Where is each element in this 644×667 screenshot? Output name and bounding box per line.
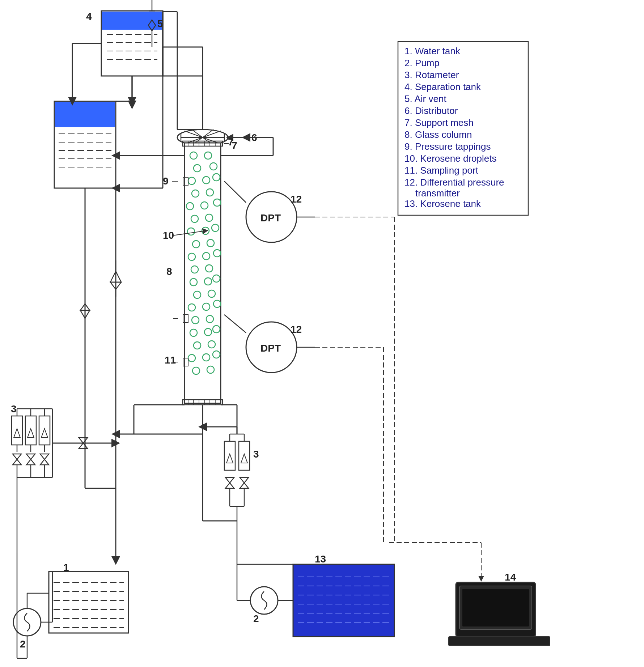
svg-marker-196 — [226, 454, 233, 463]
svg-marker-151 — [27, 429, 34, 438]
svg-text:transmitter: transmitter — [415, 188, 460, 199]
svg-rect-148 — [25, 416, 36, 445]
svg-marker-150 — [14, 429, 20, 438]
svg-text:9: 9 — [163, 175, 169, 187]
svg-text:DPT: DPT — [260, 212, 281, 224]
svg-marker-157 — [26, 459, 35, 465]
svg-rect-16 — [102, 12, 162, 30]
svg-marker-174 — [79, 438, 88, 443]
svg-rect-194 — [224, 441, 235, 470]
svg-text:7: 7 — [232, 140, 237, 151]
svg-text:DPT: DPT — [260, 343, 281, 354]
svg-rect-239 — [449, 637, 550, 646]
svg-marker-200 — [225, 483, 234, 488]
svg-marker-201 — [240, 477, 249, 483]
svg-text:12: 12 — [291, 194, 302, 205]
svg-text:5: 5 — [157, 18, 163, 29]
svg-text:8: 8 — [166, 266, 172, 277]
svg-rect-23 — [55, 102, 115, 127]
svg-text:3: 3 — [253, 449, 259, 460]
svg-text:11: 11 — [165, 354, 176, 366]
svg-marker-155 — [13, 459, 21, 465]
svg-marker-197 — [241, 454, 247, 463]
svg-marker-152 — [41, 429, 48, 438]
svg-text:9.   Pressure tappings: 9. Pressure tappings — [404, 141, 491, 152]
svg-text:11. Sampling port: 11. Sampling port — [404, 165, 479, 176]
svg-text:2.   Pump: 2. Pump — [404, 58, 440, 68]
svg-text:3.   Rotameter: 3. Rotameter — [404, 69, 459, 80]
svg-rect-240 — [462, 589, 529, 626]
svg-text:7.   Support mesh: 7. Support mesh — [404, 117, 474, 128]
svg-rect-149 — [39, 416, 50, 445]
svg-text:10. Kerosene droplets: 10. Kerosene droplets — [404, 153, 496, 164]
svg-text:4: 4 — [86, 11, 92, 22]
svg-marker-202 — [240, 483, 249, 488]
svg-line-126 — [224, 315, 246, 333]
svg-text:14: 14 — [505, 572, 516, 583]
svg-text:13: 13 — [315, 553, 326, 565]
svg-text:1: 1 — [63, 562, 69, 573]
svg-text:3: 3 — [11, 403, 17, 415]
svg-text:4: 4 — [80, 136, 85, 147]
svg-marker-199 — [225, 477, 234, 483]
svg-text:12. Differential pressure: 12. Differential pressure — [404, 177, 504, 188]
svg-marker-175 — [79, 443, 88, 449]
svg-marker-158 — [40, 454, 49, 459]
svg-line-125 — [224, 181, 246, 203]
svg-text:10: 10 — [163, 230, 174, 241]
svg-marker-154 — [13, 454, 21, 459]
svg-text:2: 2 — [253, 613, 259, 624]
svg-marker-159 — [40, 459, 49, 465]
svg-text:1.   Water tank: 1. Water tank — [404, 46, 461, 56]
svg-rect-147 — [12, 416, 22, 445]
svg-rect-177 — [49, 572, 128, 633]
svg-text:2: 2 — [20, 638, 26, 650]
svg-text:12: 12 — [291, 324, 302, 335]
svg-text:6.   Distributor: 6. Distributor — [404, 105, 458, 116]
svg-rect-195 — [239, 441, 250, 470]
svg-text:8.   Glass column: 8. Glass column — [404, 129, 472, 140]
svg-marker-156 — [26, 454, 35, 459]
svg-text:4.   Separation tank: 4. Separation tank — [404, 81, 481, 92]
svg-text:13. Kerosene tank: 13. Kerosene tank — [404, 198, 481, 209]
svg-text:5.   Air vent: 5. Air vent — [404, 93, 446, 104]
svg-rect-212 — [293, 564, 394, 637]
diagram-container: 1. Water tank 2. Pump 3. Rotameter 4. Se… — [0, 0, 644, 667]
